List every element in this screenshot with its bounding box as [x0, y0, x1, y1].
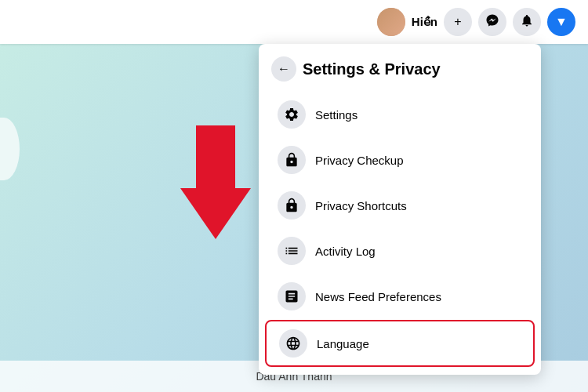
- messenger-button[interactable]: [478, 8, 506, 36]
- settings-privacy-panel: ← Settings & Privacy Settings Privacy Ch…: [259, 44, 541, 375]
- messenger-icon: [485, 13, 499, 31]
- activity-log-icon: [278, 237, 306, 265]
- settings-icon: [278, 100, 306, 129]
- language-menu-item[interactable]: Language: [265, 320, 535, 367]
- bell-icon: [520, 13, 534, 31]
- privacy-shortcuts-label: Privacy Shortcuts: [315, 199, 407, 212]
- navbar: Hiền + ▼: [0, 0, 588, 44]
- add-button[interactable]: +: [444, 8, 472, 36]
- privacy-checkup-label: Privacy Checkup: [315, 154, 404, 167]
- red-arrow-annotation: [180, 125, 251, 239]
- back-arrow-icon: ←: [278, 62, 290, 76]
- settings-menu-item[interactable]: Settings: [265, 93, 535, 136]
- news-feed-icon: [278, 282, 306, 310]
- language-label: Language: [317, 337, 369, 350]
- account-menu-button[interactable]: ▼: [547, 8, 575, 36]
- back-button[interactable]: ←: [271, 56, 296, 82]
- chevron-down-icon: ▼: [555, 15, 568, 29]
- notifications-button[interactable]: [513, 8, 541, 36]
- avatar-image: [377, 8, 405, 36]
- settings-label: Settings: [315, 108, 358, 122]
- privacy-checkup-icon: [278, 146, 306, 174]
- panel-header: ← Settings & Privacy: [259, 50, 541, 91]
- activity-log-label: Activity Log: [315, 245, 376, 258]
- privacy-shortcuts-menu-item[interactable]: Privacy Shortcuts: [265, 183, 535, 227]
- news-feed-menu-item[interactable]: News Feed Preferences: [265, 274, 535, 318]
- language-icon: [279, 329, 307, 358]
- privacy-shortcuts-icon: [278, 191, 306, 220]
- activity-log-menu-item[interactable]: Activity Log: [265, 229, 535, 273]
- nav-right: Hiền + ▼: [377, 8, 575, 36]
- username-label: Hiền: [412, 15, 437, 29]
- avatar: [377, 8, 405, 36]
- news-feed-label: News Feed Preferences: [315, 290, 441, 303]
- panel-title: Settings & Privacy: [303, 60, 441, 78]
- privacy-checkup-menu-item[interactable]: Privacy Checkup: [265, 138, 535, 182]
